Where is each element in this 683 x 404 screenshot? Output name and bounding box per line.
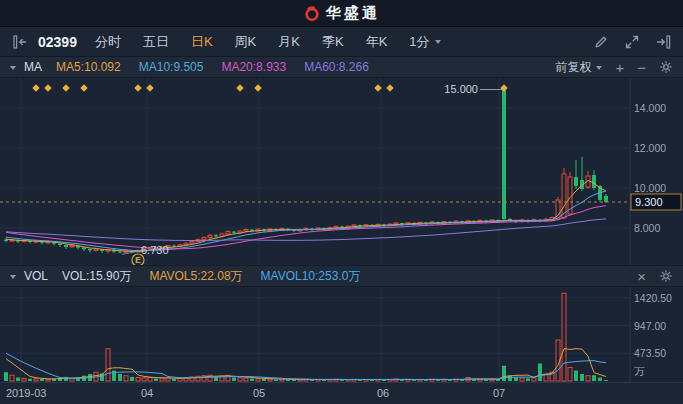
tab-quarterly-k[interactable]: 季K [322,33,344,51]
time-axis-label: 06 [377,387,389,399]
svg-text:E: E [135,255,141,265]
zoom-out-button[interactable]: − [637,60,646,75]
app-window: 华盛通 02399 分时五日日K周K月K季K年K 1分 [0,0,683,404]
top-bar: 华盛通 [0,0,683,27]
svg-text:10.000: 10.000 [634,182,666,194]
tab-weekly-k[interactable]: 周K [235,33,257,51]
vol-value-1: MAVOL5:22.08万 [149,268,242,285]
svg-text:15.000: 15.000 [444,83,478,95]
adjust-type-label: 前复权 [555,59,591,76]
adjust-type-dropdown[interactable]: 前复权 [555,59,602,76]
ma-header-actions: 前复权 + − [555,59,673,76]
svg-text:947.00: 947.00 [634,320,666,332]
vol-values: VOL:15.90万MAVOL5:22.08万MAVOL10:253.0万 [62,268,360,285]
svg-text:473.50: 473.50 [634,347,666,359]
stock-code: 02399 [38,34,77,50]
tab-daily-k[interactable]: 日K [191,33,213,51]
time-axis-label: 04 [141,387,153,399]
svg-text:万: 万 [634,365,645,377]
settings-gear-icon[interactable] [659,269,673,283]
ma-value-0: MA5:10.092 [56,60,121,74]
app-title: 华盛通 [326,4,380,23]
svg-text:12.000: 12.000 [634,142,666,154]
svg-text:1420.50: 1420.50 [634,292,672,304]
settings-gear-icon[interactable] [659,60,673,74]
interval-dropdown[interactable]: 1分 [409,33,440,51]
tab-yearly-k[interactable]: 年K [366,33,388,51]
ma-values: MA5:10.092MA10:9.505MA20:8.933MA60:8.266 [56,60,369,74]
fullscreen-icon[interactable] [624,34,640,50]
ma-value-2: MA20:8.933 [221,60,286,74]
collapse-vol-chevron-icon[interactable] [10,275,16,282]
vol-header-actions: × [637,269,673,284]
draw-pencil-icon[interactable] [593,34,609,50]
volume-chart[interactable]: 1420.50947.00473.50万 [0,287,683,382]
vol-value-2: MAVOL10:253.0万 [261,268,361,285]
ma-indicator-header: MA MA5:10.092MA10:9.505MA20:8.933MA60:8.… [0,57,683,78]
time-axis-label: 07 [493,387,505,399]
vol-value-0: VOL:15.90万 [62,268,131,285]
flame-logo-icon [303,4,321,22]
expand-right-panel-icon[interactable] [655,34,671,50]
interval-label: 1分 [409,33,429,51]
candlestick-chart[interactable]: 14.00012.00010.0008.0009.30015.0006.730E [0,78,683,265]
svg-text:9.300: 9.300 [635,196,663,208]
svg-text:8.000: 8.000 [634,222,660,234]
vol-indicator-header: VOL VOL:15.90万MAVOL5:22.08万MAVOL10:253.0… [0,265,683,287]
time-axis: 2019-0304050607 [0,382,683,404]
tab-minute[interactable]: 分时 [95,33,121,51]
svg-text:14.000: 14.000 [634,102,666,114]
toolbar-actions [593,34,671,50]
chevron-down-icon [435,40,441,47]
ma-indicator-name: MA [24,60,42,74]
svg-text:6.730: 6.730 [141,244,169,256]
time-axis-label: 05 [253,387,265,399]
time-axis-label: 2019-03 [6,387,46,399]
collapse-ma-chevron-icon[interactable] [10,66,16,73]
volume-chart-area: 1420.50947.00473.50万 [0,287,683,382]
tab-monthly-k[interactable]: 月K [278,33,300,51]
collapse-panel-icon[interactable] [12,34,28,50]
chart-toolbar: 02399 分时五日日K周K月K季K年K 1分 [0,27,683,57]
close-indicator-icon[interactable]: × [637,269,646,284]
ma-value-1: MA10:9.505 [139,60,204,74]
chart-period-tabs: 分时五日日K周K月K季K年K [95,33,387,51]
ma-value-3: MA60:8.266 [304,60,369,74]
vol-indicator-name: VOL [24,269,48,283]
main-price-chart-area: 14.00012.00010.0008.0009.30015.0006.730E [0,78,683,265]
zoom-in-button[interactable]: + [615,60,624,75]
app-logo: 华盛通 [303,4,380,23]
tab-five-day[interactable]: 五日 [143,33,169,51]
chevron-down-icon [596,66,602,73]
